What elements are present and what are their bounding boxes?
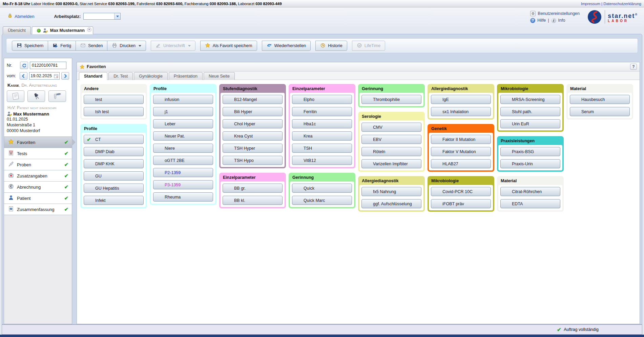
- favorite-button-gu[interactable]: GU: [84, 171, 144, 181]
- sidebar-item-tests[interactable]: Tests✔: [4, 148, 72, 159]
- favorite-button-ige[interactable]: IgE: [431, 95, 491, 104]
- favorite-button-thrombophilie[interactable]: Thrombophilie: [361, 95, 421, 104]
- favorite-button-praxis-urin[interactable]: Praxis-Urin: [500, 159, 560, 168]
- sidebar-item-proben[interactable]: Proben✔: [4, 159, 72, 170]
- favorite-button-krea[interactable]: Krea: [292, 131, 352, 141]
- star-icon: [80, 64, 85, 69]
- abmelden-link[interactable]: Abmelden: [15, 14, 35, 19]
- favorites-tab-standard[interactable]: Standard: [79, 72, 107, 80]
- favorite-button-krea-cyst[interactable]: Krea Cyst: [223, 131, 283, 141]
- toolbar-button-wiederherstellen[interactable]: Wiederherstellen: [262, 41, 311, 51]
- favorite-button-bb-gr-[interactable]: BB gr.: [223, 184, 283, 193]
- favorite-button-quick[interactable]: Quick: [292, 184, 352, 193]
- toolbar-button-als-favorit-speichern[interactable]: Als Favorit speichern: [200, 41, 257, 51]
- favorite-button-b12-mangel[interactable]: B12-Mangel: [223, 95, 283, 104]
- favorite-button-gu-hepatitis[interactable]: GU Hepatitis: [84, 184, 144, 193]
- sidebar-item-abrechnung[interactable]: €Abrechnung✔: [4, 182, 72, 193]
- toolbar-button-senden[interactable]: Senden: [76, 41, 107, 51]
- favorite-button-bb-kl-[interactable]: BB kl.: [223, 196, 283, 205]
- tab-uebersicht[interactable]: Übersicht: [3, 26, 31, 34]
- hzv-scroll-icon[interactable]: HZV: [48, 90, 66, 102]
- toolbar-button-historie[interactable]: Historie: [315, 41, 347, 51]
- favorite-button-citrat-röhrchen[interactable]: Citrat-Röhrchen: [500, 187, 560, 196]
- calendar-icon[interactable]: [54, 74, 58, 78]
- favorite-button-ifobt-präv[interactable]: iFOBT präv: [431, 199, 491, 208]
- favorite-button-dmp-diab[interactable]: DMP Diab: [84, 147, 144, 156]
- favorite-button-ogtt-2be[interactable]: oGTT 2BE: [153, 156, 213, 165]
- favorites-tab-neue-seite[interactable]: Neue Seite: [204, 72, 235, 80]
- form-icon[interactable]: [7, 90, 24, 102]
- favorite-button-fx5-nahrung[interactable]: fx5 Nahrung: [361, 187, 421, 196]
- benutzereinstellungen-link[interactable]: Benutzereinstellungen: [538, 11, 580, 16]
- favorites-tab-pr-sentation[interactable]: Präsentation: [169, 72, 203, 80]
- favorite-button-ferritin[interactable]: Ferritin: [292, 107, 352, 116]
- favorite-button-sx1-inhalation[interactable]: sx1 Inhalation: [431, 107, 491, 116]
- impressum-link[interactable]: Impressum: [581, 2, 600, 6]
- close-icon[interactable]: ×: [87, 27, 91, 32]
- favorite-button-leber[interactable]: Leber: [153, 119, 213, 128]
- favorite-button-infekt[interactable]: Infekt: [84, 196, 144, 205]
- favorite-button-dmp-khk[interactable]: DMP KHK: [84, 159, 144, 168]
- favorite-button-praxis-bsg[interactable]: Praxis-BSG: [500, 147, 560, 156]
- arbeitsplatz-select[interactable]: [83, 13, 121, 20]
- info-link[interactable]: Info: [558, 18, 565, 23]
- favorite-button-röteln[interactable]: Röteln: [361, 147, 421, 156]
- favorite-button-p2-1359[interactable]: P2-1359: [153, 168, 213, 177]
- favorite-button-faktor-ii-mutation[interactable]: Faktor II Mutation: [431, 135, 491, 144]
- favorite-button-urin-eur[interactable]: Urin EuR: [500, 119, 560, 128]
- favorite-button-serum[interactable]: Serum: [570, 107, 630, 116]
- favorite-button-cmv[interactable]: CMV: [361, 123, 421, 132]
- favorite-button-p3-1359[interactable]: P3-1359: [153, 180, 213, 189]
- chevron-down-icon[interactable]: [114, 13, 120, 19]
- favorite-button-hausbesuch[interactable]: Hausbesuch: [570, 95, 630, 104]
- chevron-left-icon[interactable]: [20, 72, 27, 80]
- date-input[interactable]: 19.02.2025: [29, 72, 59, 80]
- hilfe-link[interactable]: Hilfe: [537, 18, 546, 23]
- favorite-button-stuhl-path-[interactable]: Stuhl path.: [500, 107, 560, 116]
- favorite-button-chol-hyper[interactable]: Chol Hyper: [223, 119, 283, 128]
- favorite-button-j1[interactable]: j1: [153, 107, 213, 116]
- favorite-button-test[interactable]: test: [84, 95, 144, 104]
- favorite-button-infusion[interactable]: infusion: [153, 95, 213, 104]
- favorite-button-quick-marc[interactable]: Quick Marc: [292, 196, 352, 205]
- sidebar-item-zusammenfassung[interactable]: iZusammenfassung✔: [4, 204, 72, 215]
- favorite-button-covid-pcr-10c[interactable]: Covid-PCR 10C: [431, 187, 491, 196]
- favorites-tab-gyn-kologie[interactable]: Gynäkologie: [134, 72, 168, 80]
- tab-patient[interactable]: Max Mustermann ×: [32, 26, 93, 34]
- stamp-icon[interactable]: [27, 90, 45, 102]
- favorite-button-tsh-hyper[interactable]: TSH Hyper: [223, 144, 283, 153]
- favorite-button-bili-hyper[interactable]: Bili Hyper: [223, 107, 283, 116]
- sidebar-item-zusatzangaben[interactable]: Zusatzangaben✔: [4, 170, 72, 182]
- chevron-down-icon[interactable]: [188, 45, 191, 48]
- favorite-button-niere[interactable]: Niere: [153, 144, 213, 153]
- sidebar-item-favoriten[interactable]: Favoriten✔: [4, 137, 72, 148]
- favorite-button-tsh[interactable]: TSH: [292, 144, 352, 153]
- chevron-down-icon[interactable]: [139, 45, 141, 48]
- favorite-button-rheuma[interactable]: Rheuma: [153, 192, 213, 202]
- order-number-input[interactable]: [30, 62, 66, 69]
- sidebar-item-patient[interactable]: Patient✔: [4, 193, 72, 204]
- favorite-button-varizellen-impftiter[interactable]: Varizellen Impftiter: [361, 159, 421, 168]
- favorite-button-vitb12[interactable]: VitB12: [292, 156, 352, 165]
- toolbar-button-speichern[interactable]: Speichern: [12, 41, 48, 51]
- chevron-right-icon[interactable]: [61, 72, 69, 80]
- favorite-button-tsh-test[interactable]: tsh test: [84, 107, 144, 116]
- favorite-button-ct[interactable]: ✔CT: [84, 135, 144, 144]
- favorite-button-ggf-aufschlüsselung[interactable]: ggf. Aufschlüsselung: [361, 199, 421, 208]
- datenschutz-link[interactable]: Datenschutzerklärung: [603, 2, 641, 6]
- favorite-button-elpho[interactable]: Elpho: [292, 95, 352, 104]
- favorites-panel-header: Favoriten ?: [77, 62, 640, 71]
- favorite-button-mrsa-screening[interactable]: MRSA-Screening: [500, 95, 560, 104]
- favorite-button-faktor-v-mutation[interactable]: Faktor V Mutation: [431, 147, 491, 156]
- favorite-button-ebv[interactable]: EBV: [361, 135, 421, 144]
- favorite-button-hlab27[interactable]: HLAB27: [431, 159, 491, 168]
- toolbar-button-drucken[interactable]: Drucken: [107, 41, 146, 51]
- toolbar-button-fertig[interactable]: Fertig: [48, 41, 76, 51]
- favorite-button-edta[interactable]: EDTA: [500, 199, 560, 208]
- panel-help-button[interactable]: ?: [630, 64, 637, 70]
- favorite-button-neuer-pat-[interactable]: Neuer Pat.: [153, 131, 213, 141]
- refresh-icon[interactable]: [20, 62, 28, 69]
- favorite-button-tsh-hypo[interactable]: TSH Hypo: [223, 156, 283, 165]
- favorites-tab-dr-test[interactable]: Dr. Test: [108, 72, 133, 80]
- favorite-button-hba1c[interactable]: Hba1c: [292, 119, 352, 128]
